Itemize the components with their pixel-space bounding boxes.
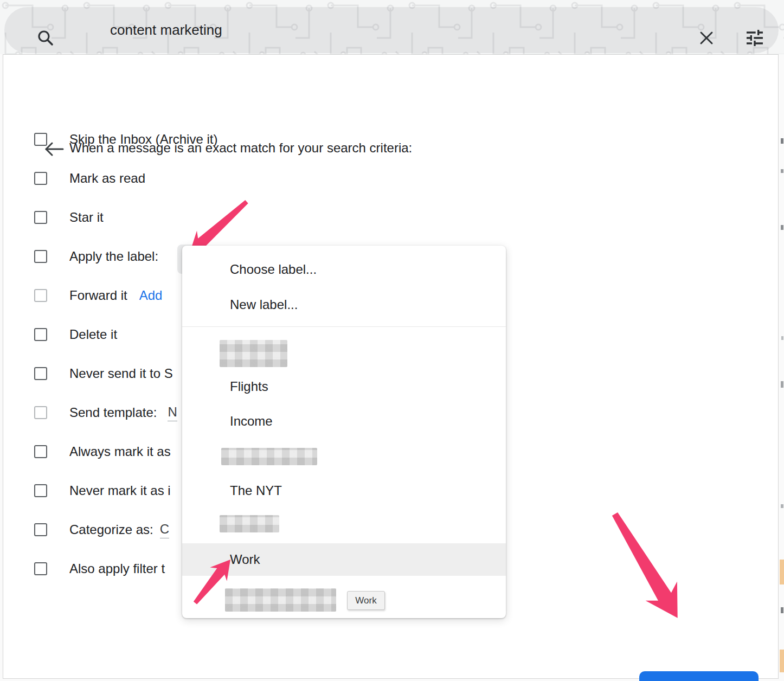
work-tooltip: Work xyxy=(347,591,385,610)
option-row-categorize-as: Categorize as: C xyxy=(34,512,169,547)
option-row-send-template: Send template: N xyxy=(34,395,177,430)
search-header: content marketing xyxy=(0,0,784,54)
option-row-never-important: Never mark it as i xyxy=(34,473,171,508)
menu-item-redacted-label[interactable] xyxy=(221,448,317,465)
menu-item-redacted-label[interactable] xyxy=(225,588,336,612)
background-page-fragment xyxy=(781,381,783,388)
menu-item-work[interactable]: Work xyxy=(182,543,506,576)
label-menu: Choose label... New label... Flights Inc… xyxy=(182,246,506,618)
gmail-create-filter-screen: content marketing When a message is an e… xyxy=(0,0,784,681)
close-icon[interactable] xyxy=(697,29,716,47)
menu-item-choose-label[interactable]: Choose label... xyxy=(182,252,506,287)
search-bar[interactable]: content marketing xyxy=(4,7,779,53)
option-row-always-important: Always mark it as xyxy=(34,434,171,469)
checkbox-skip-inbox[interactable] xyxy=(34,133,47,146)
option-row-star-it: Star it xyxy=(34,200,104,235)
menu-item-flights[interactable]: Flights xyxy=(182,369,506,404)
background-page-fragment xyxy=(781,504,783,508)
menu-item-income[interactable]: Income xyxy=(182,404,506,439)
search-input[interactable]: content marketing xyxy=(110,7,222,53)
option-row-apply-label: Apply the label: xyxy=(34,239,158,274)
checkbox-never-important[interactable] xyxy=(34,484,47,497)
checkbox-mark-as-read[interactable] xyxy=(34,172,47,185)
background-page-fragment xyxy=(781,169,783,173)
checkbox-forward-it[interactable] xyxy=(34,289,47,302)
template-picker-fragment[interactable]: N xyxy=(168,404,177,421)
checkbox-also-apply[interactable] xyxy=(34,562,47,575)
checkbox-star-it[interactable] xyxy=(34,211,47,224)
checkbox-apply-label[interactable] xyxy=(34,250,47,263)
create-filter-button[interactable]: Create filter xyxy=(639,671,759,681)
menu-item-redacted-label[interactable] xyxy=(220,515,279,532)
background-page-highlight xyxy=(780,560,784,584)
menu-item-the-nyt[interactable]: The NYT xyxy=(182,473,506,508)
checkbox-delete-it[interactable] xyxy=(34,328,47,341)
checkbox-always-important[interactable] xyxy=(34,445,47,458)
option-row-never-spam: Never send it to S xyxy=(34,356,173,391)
option-row-skip-inbox: Skip the Inbox (Archive it) xyxy=(34,122,217,157)
background-page-fragment xyxy=(781,225,783,230)
background-page-fragment xyxy=(781,138,783,144)
option-row-forward-it: Forward it Add xyxy=(34,278,162,313)
checkbox-never-spam[interactable] xyxy=(34,367,47,380)
menu-item-redacted-label[interactable] xyxy=(220,340,287,367)
checkbox-categorize-as[interactable] xyxy=(34,523,47,536)
category-picker-fragment[interactable]: C xyxy=(160,522,169,538)
option-row-delete-it: Delete it xyxy=(34,317,117,352)
background-page-fragment xyxy=(781,607,783,613)
background-page-fragment xyxy=(781,336,783,340)
background-page-highlight xyxy=(780,650,784,672)
menu-item-new-label[interactable]: New label... xyxy=(182,287,506,322)
option-row-also-apply: Also apply filter t xyxy=(34,551,165,586)
search-options-tune-icon[interactable] xyxy=(744,27,766,49)
checkbox-send-template[interactable] xyxy=(34,406,47,419)
search-icon xyxy=(37,29,54,47)
menu-separator xyxy=(182,326,506,327)
option-row-mark-as-read: Mark as read xyxy=(34,161,145,196)
add-forwarding-link[interactable]: Add xyxy=(139,288,163,303)
